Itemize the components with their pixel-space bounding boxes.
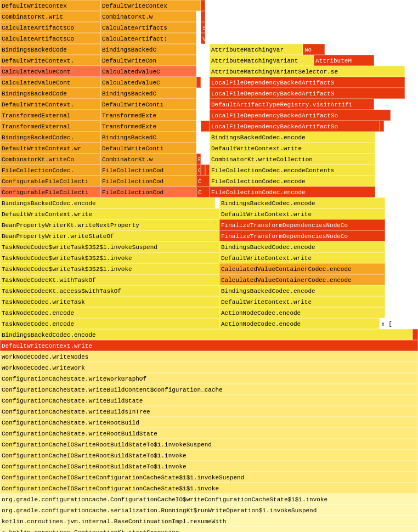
flame-cell[interactable]: ActionNodeCodec.encode	[219, 318, 380, 329]
flame-cell[interactable]	[374, 99, 405, 110]
flame-cell[interactable]	[385, 307, 418, 318]
flame-cell[interactable]: DefaultArtifactTypeRegistry.visitArtifi	[210, 99, 374, 110]
flame-cell[interactable]: CalculateArtifactsCo	[0, 22, 100, 33]
flame-cell[interactable]: CalculatedValueContainerCodec.encode	[219, 263, 385, 274]
flame-cell[interactable]: ConfigurableFileCollecti	[0, 186, 100, 197]
flame-cell[interactable]: WorkNodeCodec.writeWork	[0, 362, 418, 373]
flame-cell[interactable]: BindingsBackedCodec.encode	[219, 197, 385, 208]
flame-cell[interactable]: TaskNodeCodec.writeTask	[0, 296, 219, 307]
flame-cell[interactable]	[205, 165, 210, 176]
flame-cell[interactable]	[196, 66, 210, 77]
flame-cell[interactable]	[385, 230, 418, 241]
flame-cell[interactable]: CombinatorKt.w	[100, 11, 196, 22]
flame-cell[interactable]: ConfigurationCacheState.writeBuildState	[0, 395, 418, 406]
flame-cell[interactable]	[196, 77, 201, 88]
flame-cell[interactable]	[205, 33, 308, 44]
flame-cell[interactable]: DefaultWriteCon	[100, 55, 196, 66]
flame-cell[interactable]: DefaultWriteContext.write	[0, 208, 219, 219]
flame-cell[interactable]: BindingsBackedCodec.encode	[219, 241, 385, 252]
flame-cell[interactable]: DefaultWriteContı	[100, 99, 196, 110]
flame-cell[interactable]: C	[196, 165, 201, 176]
flame-cell[interactable]: TaskNodeCodec$writeTask$3$2$1.invoke	[0, 252, 219, 263]
flame-cell[interactable]: ConfigurationCacheState.writeRootBuildSt…	[0, 428, 418, 439]
flame-cell[interactable]: BindingsBackedC	[100, 44, 196, 55]
flame-cell[interactable]: AttributeMatchingVariantSelector.se	[210, 66, 405, 77]
flame-cell[interactable]: org.gradle.configurationcache.Configurat…	[0, 494, 418, 505]
flame-cell[interactable]: CombinatorKt.w	[100, 154, 196, 165]
flame-cell[interactable]: TaskNodeCodec.encode	[0, 318, 219, 329]
flame-cell[interactable]: CalculateArtifactsCo	[0, 33, 100, 44]
flame-cell[interactable]: TaskNodeCodec$writeTask$3$2$1.invoke	[0, 263, 219, 274]
flame-cell[interactable]	[385, 197, 418, 208]
flame-cell[interactable]: FileCollectionCodec.	[0, 165, 100, 176]
flame-cell[interactable]: TransformedExte	[100, 121, 196, 132]
flame-cell[interactable]: CalculatedValueContainerCodec.encode	[219, 274, 385, 285]
flame-cell[interactable]	[196, 33, 201, 44]
flame-cell[interactable]	[196, 143, 210, 154]
flame-cell[interactable]: BindingsBackedCode	[0, 88, 100, 99]
flame-cell[interactable]: DefaultWriteConti	[100, 143, 196, 154]
flame-cell[interactable]: TaskNodeCodec.encode	[0, 307, 219, 318]
flame-cell[interactable]	[196, 121, 201, 132]
flame-cell[interactable]: ⇕ kotlin.coroutines.ContinuationKt.start…	[0, 527, 418, 532]
flame-cell[interactable]: CombinatorKt.writeCo	[0, 154, 100, 165]
flame-cell[interactable]: BindingsBackedCodec.encode	[0, 197, 215, 208]
flame-cell[interactable]: FinalizeTransformDependenciesNodeCo	[219, 230, 385, 241]
flame-cell[interactable]: AttributeM	[314, 55, 374, 66]
flame-cell[interactable]: FileCollectionCodec.encode	[210, 176, 375, 186]
flame-cell[interactable]	[375, 154, 418, 165]
flame-cell[interactable]: CalculatedValueC	[100, 77, 196, 88]
flame-cell[interactable]: CalculateArtifacts	[100, 22, 196, 33]
flame-cell[interactable]: FileCollectionCodec.encode	[210, 186, 375, 197]
flame-cell[interactable]: CombinatorKt.writeCollection	[210, 154, 375, 165]
flame-cell[interactable]: BeanPropertyWriter.writeStateOf	[0, 230, 219, 241]
flame-cell[interactable]: FinalizeTransformDependenciesNodeCo	[219, 219, 385, 230]
flame-cell[interactable]: ⇕ [	[380, 318, 418, 329]
flame-cell[interactable]: WorkNodeCodec.writeNodes	[0, 351, 418, 362]
flame-cell[interactable]: ConfigurationCacheState.writeRootBuild	[0, 417, 418, 428]
flame-cell[interactable]	[196, 99, 210, 110]
flame-cell[interactable]	[385, 296, 418, 307]
flame-cell[interactable]: ConfigurationCacheIO$writeRootBuildState…	[0, 439, 418, 450]
flame-cell[interactable]: BindingsBackedCodec.encode	[0, 329, 413, 340]
flame-cell[interactable]	[385, 285, 418, 296]
flame-cell[interactable]	[196, 55, 210, 66]
flame-cell[interactable]: CalculatedValueC	[100, 66, 196, 77]
flame-cell[interactable]	[374, 55, 418, 66]
flame-cell[interactable]	[205, 22, 308, 33]
flame-cell[interactable]: ConfigurationCacheState.writeWorkGraphOf	[0, 373, 418, 384]
flame-cell[interactable]: DefaultWriteContext.write	[210, 143, 375, 154]
flame-cell[interactable]	[205, 0, 418, 11]
flame-cell[interactable]: CalculatedValueCont	[0, 77, 100, 88]
flame-cell[interactable]	[325, 44, 418, 55]
flame-cell[interactable]: S	[201, 22, 205, 33]
flame-cell[interactable]: BindingsBackedC	[100, 88, 196, 99]
flame-cell[interactable]: BeanPropertyWriterKt.writeNextProperty	[0, 219, 219, 230]
flame-cell[interactable]: CombinatorKt.writ	[0, 11, 100, 22]
flame-cell[interactable]: FileCollectionCod	[100, 165, 196, 176]
flame-cell[interactable]	[375, 176, 418, 186]
flame-cell[interactable]: FileCollectionCodec.encodeContents	[210, 165, 375, 176]
flame-cell[interactable]	[201, 154, 210, 165]
flame-cell[interactable]: No	[303, 44, 325, 55]
flame-cell[interactable]: DefaultWriteContex	[0, 0, 100, 11]
flame-cell[interactable]: BindingsBackedCodec.encode	[210, 132, 375, 143]
flame-cell[interactable]: org.gradle.configurationcache.serializat…	[0, 505, 418, 516]
flame-cell[interactable]	[385, 274, 418, 285]
flame-cell[interactable]	[385, 219, 418, 230]
flame-cell[interactable]: LocalFileDependencyBackedArtifactSo	[210, 110, 391, 121]
flame-cell[interactable]: DefaultWriteContex	[100, 0, 201, 11]
flame-cell[interactable]	[391, 110, 405, 121]
flame-cell[interactable]	[385, 252, 418, 263]
flame-cell[interactable]: ConfigurableFileCollecti	[0, 176, 100, 186]
flame-cell[interactable]: CalculatedValueCont	[0, 66, 100, 77]
flame-cell[interactable]	[196, 11, 201, 22]
flame-cell[interactable]: CalculateArtifact:	[100, 33, 196, 44]
flame-cell[interactable]: DefaultWriteContext.write	[219, 208, 385, 219]
flame-cell[interactable]: LocalFileDependencyBackedArtifactSo	[210, 121, 380, 132]
flame-cell[interactable]: TaskNodeCodecKt.access$withTaskOf	[0, 285, 219, 296]
flame-cell[interactable]: ActionNodeCodec.encode	[219, 307, 385, 318]
flame-cell[interactable]: ConfigurationCacheState.writeBuildConten…	[0, 384, 418, 395]
flame-cell[interactable]: AttributeMatchingVariant	[210, 55, 314, 66]
flame-cell[interactable]: TransformedExternal	[0, 121, 100, 132]
